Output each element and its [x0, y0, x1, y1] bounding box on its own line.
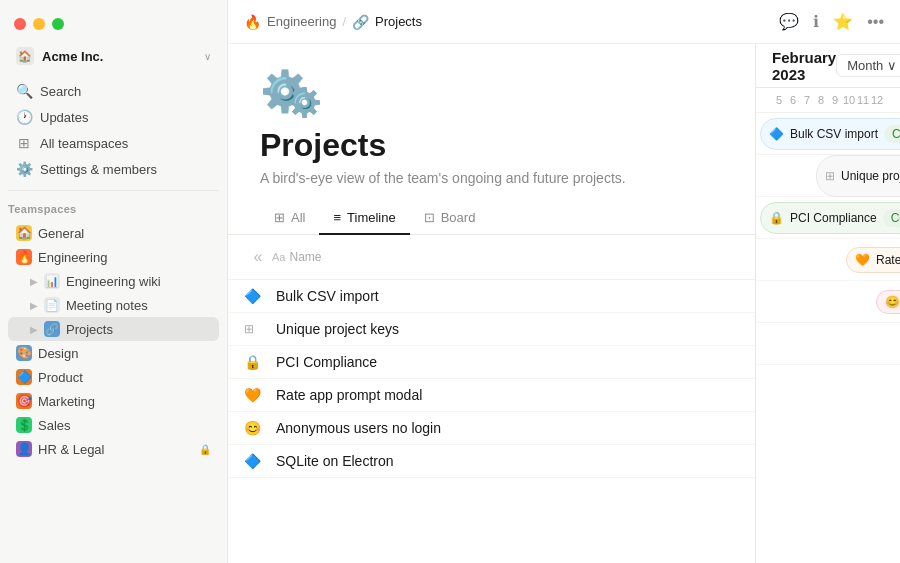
name-column-header: Name: [289, 250, 739, 264]
bulk-csv-timeline-icon: 🔷: [769, 127, 784, 141]
marketing-icon: 🎯: [16, 393, 32, 409]
sidebar-item-projects[interactable]: ▶ 🔗 Projects: [8, 317, 219, 341]
search-icon: 🔍: [16, 83, 32, 99]
timeline-row-unique-keys[interactable]: ⊞ Unique project keys In flight 👤: [756, 155, 900, 197]
breadcrumb-current: Projects: [375, 14, 422, 29]
rate-app-timeline-icon: 🧡: [855, 253, 870, 267]
engineering-icon: 🔥: [16, 249, 32, 265]
nav-item-settings[interactable]: ⚙️ Settings & members: [8, 156, 219, 182]
date-12: 12: [870, 88, 884, 112]
timeline-row-sqlite[interactable]: 🔷 SQLite on Electron Pla…: [756, 323, 900, 365]
minimize-button[interactable]: [33, 18, 45, 30]
sidebar-item-marketing[interactable]: 🎯 Marketing: [8, 389, 219, 413]
maximize-button[interactable]: [52, 18, 64, 30]
workspace-name: Acme Inc.: [42, 49, 196, 64]
table-row[interactable]: 🧡 Rate app prompt modal: [228, 379, 755, 412]
more-options-icon[interactable]: •••: [867, 13, 884, 31]
info-icon[interactable]: ℹ: [813, 12, 819, 31]
date-8: 8: [814, 88, 828, 112]
lock-icon: 🔒: [199, 444, 211, 455]
sidebar-item-product[interactable]: 🔷 Product: [8, 365, 219, 389]
collapse-button[interactable]: «: [244, 243, 272, 271]
board-tab-icon: ⊡: [424, 210, 435, 225]
general-icon: 🏠: [16, 225, 32, 241]
projects-icon: 🔗: [44, 321, 60, 337]
chevron-down-icon: ∨: [204, 51, 211, 62]
workspace-icon: 🏠: [16, 47, 34, 65]
timeline-row-bulk-csv[interactable]: 🔷 Bulk CSV import Complete 👤: [756, 113, 900, 155]
gear-icon: ⚙️: [16, 161, 32, 177]
sidebar-item-sales[interactable]: 💲 Sales: [8, 413, 219, 437]
comment-icon[interactable]: 💬: [779, 12, 799, 31]
sidebar: 🏠 Acme Inc. ∨ 🔍 Search 🕐 Updates ⊞ All t…: [0, 0, 228, 563]
chevron-right-icon-2: ▶: [30, 300, 38, 311]
nav-item-updates[interactable]: 🕐 Updates: [8, 104, 219, 130]
rate-app-timeline-label: Rate app prompt modal: [876, 253, 900, 267]
pci-icon: 🔒: [244, 354, 268, 370]
topbar-actions: 💬 ℹ ⭐ •••: [779, 12, 884, 31]
table-row[interactable]: ⊞ Unique project keys: [228, 313, 755, 346]
table-row[interactable]: 🔷 SQLite on Electron: [228, 445, 755, 478]
date-6: 6: [786, 88, 800, 112]
updates-label: Updates: [40, 110, 88, 125]
timeline-row-anon-users[interactable]: 😊 Anonymous users: [756, 281, 900, 323]
nav-item-search[interactable]: 🔍 Search: [8, 78, 219, 104]
sidebar-item-hr-legal[interactable]: 👤 HR & Legal 🔒: [8, 437, 219, 461]
projects-breadcrumb-icon: 🔗: [352, 14, 369, 30]
tab-all[interactable]: ⊞ All: [260, 202, 319, 235]
timeline-month-year: February 2023: [772, 49, 836, 83]
sidebar-item-engineering[interactable]: 🔥 Engineering: [8, 245, 219, 269]
timeline-tab-icon: ≡: [333, 210, 341, 225]
close-button[interactable]: [14, 18, 26, 30]
table-row[interactable]: 😊 Anonymous users no login: [228, 412, 755, 445]
anon-users-icon: 😊: [244, 420, 268, 436]
sidebar-item-engineering-wiki[interactable]: ▶ 📊 Engineering wiki: [8, 269, 219, 293]
unique-keys-name: Unique project keys: [276, 321, 399, 337]
bulk-csv-status-badge: Complete: [884, 125, 900, 143]
anon-users-timeline-icon: 😊: [885, 295, 900, 309]
projects-label: Projects: [66, 322, 113, 337]
bulk-csv-timeline-label: Bulk CSV import: [790, 127, 878, 141]
breadcrumb: 🔥 Engineering / 🔗 Projects: [244, 14, 422, 30]
product-icon: 🔷: [16, 369, 32, 385]
design-label: Design: [38, 346, 78, 361]
workspace-selector[interactable]: 🏠 Acme Inc. ∨: [8, 42, 219, 70]
tab-board[interactable]: ⊡ Board: [410, 202, 490, 235]
settings-label: Settings & members: [40, 162, 157, 177]
sales-icon: 💲: [16, 417, 32, 433]
hr-label: HR & Legal: [38, 442, 104, 457]
month-view-label: Month: [847, 58, 883, 73]
marketing-label: Marketing: [38, 394, 95, 409]
timeline-header: February 2023 Month ∨: [756, 44, 900, 88]
date-5: 5: [772, 88, 786, 112]
star-icon[interactable]: ⭐: [833, 12, 853, 31]
anon-users-name: Anonymous users no login: [276, 420, 441, 436]
window-controls: [0, 8, 227, 38]
all-teamspaces-label: All teamspaces: [40, 136, 128, 151]
product-label: Product: [38, 370, 83, 385]
tab-timeline[interactable]: ≡ Timeline: [319, 202, 409, 235]
meeting-notes-label: Meeting notes: [66, 298, 148, 313]
timeline-row-rate-app[interactable]: 🧡 Rate app prompt modal Compl…: [756, 239, 900, 281]
date-10: 10: [842, 88, 856, 112]
nav-item-all-teamspaces[interactable]: ⊞ All teamspaces: [8, 130, 219, 156]
tabs: ⊞ All ≡ Timeline ⊡ Board: [228, 202, 755, 235]
sidebar-item-general[interactable]: 🏠 General: [8, 221, 219, 245]
month-chevron-icon: ∨: [887, 58, 897, 73]
month-selector[interactable]: Month ∨: [836, 54, 900, 77]
teamspaces-section-label: Teamspaces: [0, 195, 227, 217]
page-icon: ⚙️⚙️: [260, 68, 723, 115]
sidebar-item-meeting-notes[interactable]: ▶ 📄 Meeting notes: [8, 293, 219, 317]
meeting-notes-icon: 📄: [44, 297, 60, 313]
pci-timeline-icon: 🔒: [769, 211, 784, 225]
timeline-dates: 5 6 7 8 9 10 11 12: [756, 88, 900, 113]
tab-timeline-label: Timeline: [347, 210, 396, 225]
breadcrumb-parent: Engineering: [267, 14, 336, 29]
page-header: ⚙️⚙️ Projects A bird's-eye view of the t…: [228, 44, 755, 202]
timeline-rows: 🔷 Bulk CSV import Complete 👤 ⊞ Unique pr…: [756, 113, 900, 563]
table-row[interactable]: 🔒 PCI Compliance: [228, 346, 755, 379]
table-row[interactable]: 🔷 Bulk CSV import: [228, 280, 755, 313]
timeline-row-pci[interactable]: 🔒 PCI Compliance Complete 👤: [756, 197, 900, 239]
sidebar-item-design[interactable]: 🎨 Design: [8, 341, 219, 365]
general-label: General: [38, 226, 84, 241]
